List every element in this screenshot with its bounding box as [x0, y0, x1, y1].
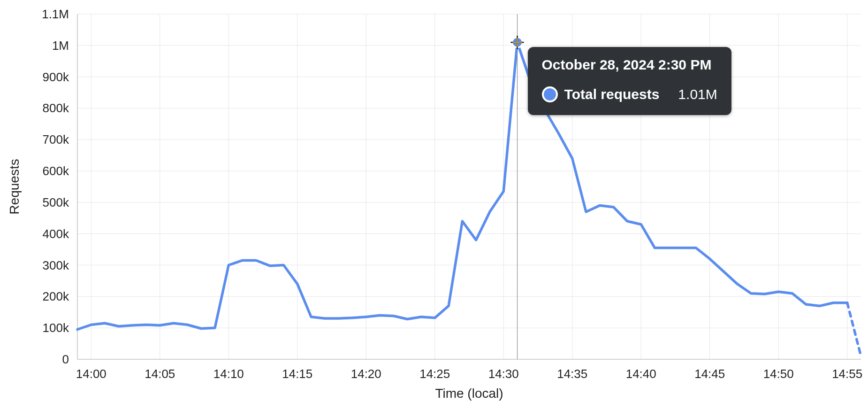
x-tick-label: 14:45 [694, 367, 725, 381]
y-tick-label: 400k [43, 227, 69, 241]
x-tick-label: 14:00 [76, 367, 107, 381]
y-tick-label: 100k [43, 321, 69, 335]
y-tick-label: 1.1M [42, 7, 69, 21]
y-tick-label: 800k [43, 101, 69, 115]
x-tick-label: 14:05 [145, 367, 175, 381]
series-line-total-requests [77, 42, 847, 329]
x-tick-label: 14:50 [763, 367, 794, 381]
x-tick-label: 14:25 [419, 367, 450, 381]
requests-line-chart[interactable]: 0100k200k300k400k500k600k700k800k900k1M1… [0, 0, 868, 402]
y-tick-label: 500k [43, 195, 69, 209]
x-tick-label: 14:30 [488, 367, 519, 381]
y-tick-label: 600k [43, 164, 69, 178]
y-tick-label: 1M [52, 39, 69, 53]
y-tick-label: 700k [43, 132, 69, 147]
x-tick-label: 14:35 [557, 367, 587, 381]
y-axis-title: Requests [7, 159, 22, 214]
y-tick-label: 200k [43, 289, 69, 303]
x-tick-label: 14:55 [832, 367, 862, 381]
x-tick-label: 14:15 [282, 367, 312, 381]
x-axis-title: Time (local) [435, 386, 503, 401]
x-tick-label: 14:10 [213, 367, 244, 381]
y-tick-label: 0 [62, 352, 69, 366]
y-tick-label: 900k [43, 70, 69, 84]
chart-svg[interactable]: 0100k200k300k400k500k600k700k800k900k1M1… [0, 0, 868, 402]
series-line-total-requests-projected [847, 303, 861, 356]
x-tick-label: 14:40 [626, 367, 656, 381]
y-tick-label: 300k [43, 258, 69, 272]
x-tick-label: 14:20 [351, 367, 381, 381]
